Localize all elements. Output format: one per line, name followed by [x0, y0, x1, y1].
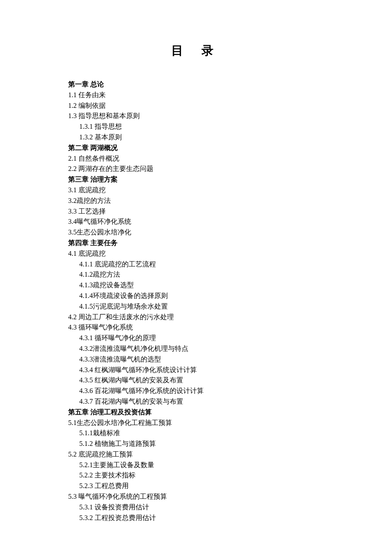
toc-entry: 4.3.3潜流推流曝气机的选型 [68, 354, 324, 365]
toc-entry: 1.3.2 基本原则 [68, 132, 324, 143]
toc-entry: 3.4曝气循环净化系统 [68, 217, 324, 227]
toc-entry: 4.3.4 红枫湖曝气循环净化系统设计计算 [68, 365, 324, 376]
toc-entry: 5.1.1栽植标准 [68, 428, 324, 439]
toc-entry: 4.3.7 百花湖内曝气机的安装与布置 [68, 396, 324, 407]
toc-entry: 4.1.2疏挖方法 [68, 269, 324, 280]
toc-entry: 4.1.5污泥底泥与堆场余水处置 [68, 301, 324, 312]
toc-entry: 第五章 治理工程及投资估算 [68, 407, 324, 418]
toc-entry: 4.3.1 循环曝气净化的原理 [68, 333, 324, 344]
toc-entry: 1.3.1 指导思想 [68, 121, 324, 132]
toc-entry: 5.2 底泥疏挖施工预算 [68, 449, 324, 460]
toc-entry: 4.1.3疏挖设备选型 [68, 280, 324, 291]
toc-entry: 5.1生态公园水培净化工程施工预算 [68, 418, 324, 428]
toc-entry: 3.5生态公园水培净化 [68, 227, 324, 238]
toc-entry: 4.1.4环境疏浚设备的选择原则 [68, 291, 324, 301]
toc-entry: 2.1 自然条件概况 [68, 153, 324, 164]
toc-entry: 3.2疏挖的方法 [68, 196, 324, 206]
toc-entry: 4.3 循环曝气净化系统 [68, 322, 324, 333]
toc-entry: 4.3.6 百花湖曝气循环净化系统的设计计算 [68, 386, 324, 396]
toc-entry: 5.3 曝气循环净化系统的工程预算 [68, 491, 324, 502]
toc-entry: 第四章 主要任务 [68, 238, 324, 249]
toc-entry: 2.2 两湖存在的主要生态问题 [68, 164, 324, 174]
toc-entry: 4.3.5 红枫湖内曝气机的安装及布置 [68, 375, 324, 386]
toc-entry: 1.1 任务由来 [68, 90, 324, 101]
toc-entry: 5.3.1 设备投资费用估计 [68, 502, 324, 513]
toc-entry: 1.3 指导思想和基本原则 [68, 111, 324, 121]
toc-entry: 5.3.2 工程投资总费用估计 [68, 513, 324, 523]
toc-entry: 第三章 治理方案 [68, 174, 324, 185]
toc-entry: 3.3 工艺选择 [68, 206, 324, 217]
toc-entry: 4.1 底泥疏挖 [68, 249, 324, 259]
toc-entry: 1.2 编制依据 [68, 101, 324, 111]
table-of-contents: 第一章 总论1.1 任务由来1.2 编制依据1.3 指导思想和基本原则1.3.1… [68, 79, 324, 523]
toc-entry: 第二章 两湖概况 [68, 143, 324, 153]
toc-entry: 5.1.2 植物施工与道路预算 [68, 439, 324, 449]
toc-entry: 4.3.2潜流推流曝气机净化机理与特点 [68, 344, 324, 354]
document-page: 目 录 第一章 总论1.1 任务由来1.2 编制依据1.3 指导思想和基本原则1… [0, 0, 392, 555]
toc-entry: 4.2 周边工厂和生活废水的污水处理 [68, 312, 324, 323]
toc-entry: 4.1.1 底泥疏挖的工艺流程 [68, 259, 324, 270]
toc-entry: 第一章 总论 [68, 79, 324, 90]
toc-entry: 5.2.2 主要技术指标 [68, 470, 324, 481]
page-title: 目 录 [68, 43, 324, 59]
toc-entry: 5.2.3 工程总费用 [68, 481, 324, 491]
toc-entry: 3.1 底泥疏挖 [68, 185, 324, 196]
toc-entry: 5.2.1主要施工设备及数量 [68, 460, 324, 471]
